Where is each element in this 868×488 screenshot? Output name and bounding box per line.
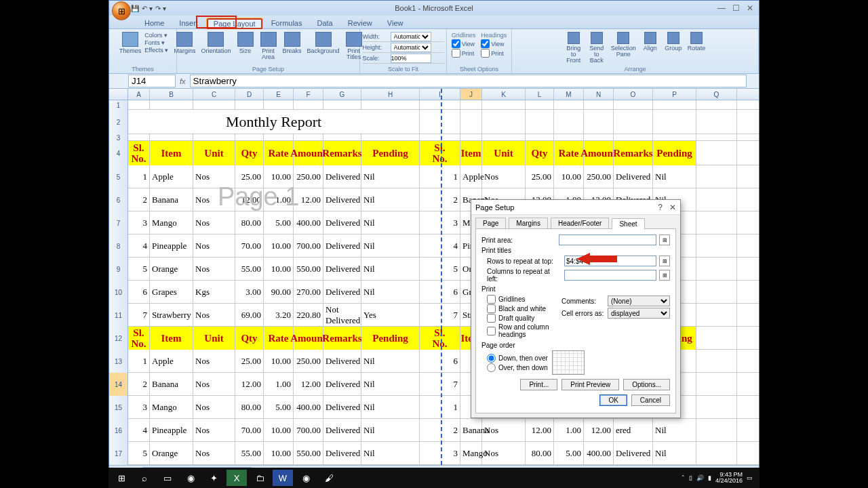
tab-data[interactable]: Data [310,18,339,28]
ribbon: Themes Colors ▾Fonts ▾Effects ▾ Themes M… [109,29,759,74]
background-button[interactable]: Background [305,30,342,56]
cols-repeat-input[interactable] [564,270,656,281]
folder-icon[interactable]: 🗀 [250,470,270,486]
comments-select[interactable]: (None) [608,296,670,306]
gridlines-print[interactable]: Print [452,49,476,58]
size-button[interactable]: Size [235,30,256,56]
gridlines-view[interactable]: View [452,39,476,48]
print-button[interactable]: Print... [520,379,557,390]
headings-view[interactable]: View [481,39,507,48]
battery-icon[interactable]: ▮ [708,474,711,481]
redo-icon[interactable]: ↷ ▾ [155,5,166,12]
options-button[interactable]: Options... [623,379,670,390]
headings-print[interactable]: Print [481,49,507,58]
formula-bar: fx [109,74,759,89]
network-icon[interactable]: ▯ [689,474,692,481]
themes-button[interactable]: Themes [117,30,144,56]
rows-repeat-input[interactable] [564,256,656,266]
taskview-icon[interactable]: ▭ [157,470,178,486]
taskbar: ⊞ ⌕ ▭ ◉ ✦ X 🗀 W ◉ 🖌 ˄ ▯ 🔊 ▮ 9:43 PM4/24/… [108,468,760,488]
maximize-icon[interactable]: ☐ [732,3,740,13]
chrome-icon[interactable]: ◉ [180,470,201,486]
down-then-over[interactable]: Down, then over [487,354,548,363]
undo-icon[interactable]: ↶ ▾ [142,5,153,12]
word-icon[interactable]: W [273,470,293,486]
tab-review[interactable]: Review [341,18,379,28]
dialog-tab-sheet[interactable]: Sheet [612,218,644,229]
ok-button[interactable]: OK [599,394,627,406]
print-preview-button[interactable]: Print Preview [561,379,619,390]
margins-button[interactable]: Margins [172,30,197,56]
print-area-input[interactable] [559,235,656,245]
width-select[interactable]: Automatic [391,32,431,41]
height-select[interactable]: Automatic [391,43,431,52]
app-icon[interactable]: ✦ [203,470,224,486]
notifications-icon[interactable]: ▭ [747,474,753,481]
over-then-down[interactable]: Over, then down [487,363,548,372]
excel-icon[interactable]: X [226,470,247,486]
tab-page-layout[interactable]: Page Layout [206,18,263,29]
volume-icon[interactable]: 🔊 [696,474,704,481]
save-icon[interactable]: 💾 [131,5,139,12]
start-button[interactable]: ⊞ [111,470,132,486]
page-setup-dialog: Page Setup ?✕ PageMarginsHeader/FooterSh… [471,199,681,418]
minimize-icon[interactable]: — [717,3,726,13]
window-title: Book1 - Microsoft Excel [395,4,473,12]
bw-check[interactable]: Black and white [487,304,561,313]
dialog-close-icon[interactable]: ✕ [669,203,676,212]
tab-home[interactable]: Home [138,18,171,28]
formula-input[interactable] [190,75,747,87]
dialog-tab-margins[interactable]: Margins [509,218,548,228]
page-order-preview [552,350,585,375]
tray-up-icon[interactable]: ˄ [682,474,685,481]
cancel-button[interactable]: Cancel [631,394,670,406]
breaks-button[interactable]: Breaks [281,30,304,56]
clock[interactable]: 9:43 PM4/24/2016 [715,472,743,484]
fx-icon[interactable]: fx [180,77,186,85]
tab-formulas[interactable]: Formulas [264,18,309,28]
name-box[interactable] [128,75,176,87]
close-icon[interactable]: ✕ [747,3,753,13]
help-icon[interactable]: ? [658,203,663,212]
paint-icon[interactable]: 🖌 [319,470,339,486]
gridlines-check[interactable]: Gridlines [487,295,561,304]
ref-button[interactable]: ⊞ [659,270,670,281]
orientation-button[interactable]: Orientation [199,30,233,56]
ribbon-tabs: HomeInsertPage LayoutFormulasDataReviewV… [109,16,759,29]
titlebar: 💾 ↶ ▾ ↷ ▾ Book1 - Microsoft Excel — ☐ ✕ [109,1,759,16]
draft-check[interactable]: Draft quality [487,314,561,323]
chrome2-icon[interactable]: ◉ [296,470,316,486]
ref-button[interactable]: ⊞ [659,235,670,245]
scale-input[interactable] [391,54,431,63]
ref-button[interactable]: ⊞ [659,256,670,266]
dialog-tab-header-footer[interactable]: Header/Footer [551,218,609,228]
office-button[interactable]: ⊞ [112,1,131,20]
search-icon[interactable]: ⌕ [134,470,155,486]
tab-view[interactable]: View [380,18,410,28]
print-area-button[interactable]: PrintArea [258,30,279,62]
dialog-tab-page[interactable]: Page [475,218,506,228]
tab-insert[interactable]: Insert [172,18,205,28]
rowcol-check[interactable]: Row and column headings [487,323,561,338]
errors-select[interactable]: displayed [608,308,670,319]
